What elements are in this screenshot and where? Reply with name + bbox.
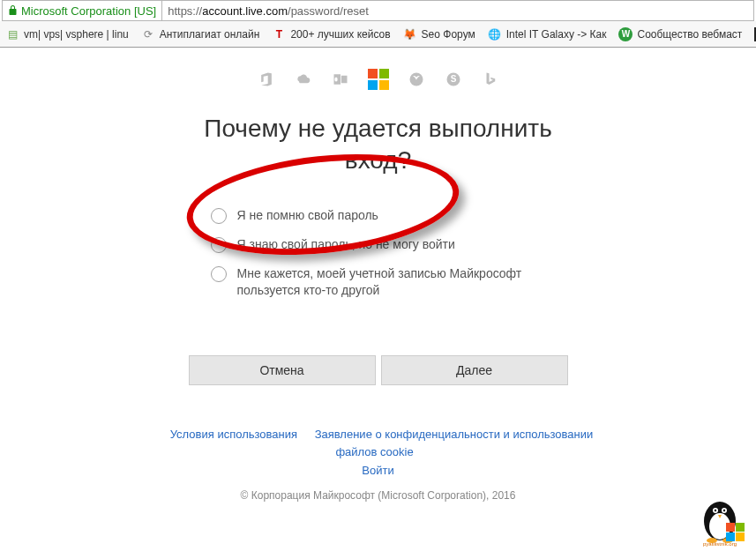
bing-icon (481, 70, 500, 89)
svg-point-8 (723, 510, 725, 511)
cancel-button[interactable]: Отмена (189, 355, 376, 385)
url-display[interactable]: https://account.live.com/password/reset (162, 4, 374, 18)
next-button[interactable]: Далее (381, 355, 568, 385)
url-host: account.live.com (202, 4, 288, 18)
url-path: /password/reset (288, 4, 369, 18)
svg-text:S: S (450, 74, 456, 84)
reload-icon: ⟳ (141, 27, 155, 41)
page-content: S Почему не удается выполнить вход? Я не… (0, 48, 756, 502)
button-row: Отмена Далее (189, 355, 568, 385)
svg-point-7 (715, 510, 716, 511)
svg-rect-15 (736, 532, 745, 541)
ssl-badge[interactable]: Microsoft Corporation [US] (3, 1, 162, 20)
lock-icon (8, 4, 18, 18)
bookmark-item[interactable]: T 200+ лучших кейсов (272, 27, 390, 41)
skype-icon: S (444, 70, 463, 89)
svg-point-11 (722, 538, 733, 543)
option-know-password[interactable]: Я знаю свой пароль, но не могу войти (211, 236, 546, 253)
option-label: Я знаю свой пароль, но не могу войти (237, 236, 455, 253)
bookmark-item[interactable]: 🌐 Intel IT Galaxy -> Как (488, 27, 607, 41)
bookmark-label: Seo Форум (422, 28, 475, 41)
bookmark-label: Антиплагиат онлайн (160, 28, 260, 41)
radio-icon (211, 208, 227, 224)
svg-point-3 (704, 502, 736, 540)
page-title: Почему не удается выполнить вход? (193, 113, 564, 177)
bookmark-item[interactable]: ▤ vm| vps| vsphere | linu (5, 27, 129, 41)
bookmark-item[interactable]: ⟳ Антиплагиат онлайн (141, 27, 260, 41)
svg-rect-14 (726, 532, 735, 541)
fox-icon: 🦊 (403, 27, 417, 41)
bookmarks-bar: ▤ vm| vps| vsphere | linu ⟳ Антиплагиат … (0, 21, 756, 48)
footer-links: Условия использования Заявление о конфид… (158, 426, 599, 480)
svg-rect-12 (726, 523, 735, 532)
letter-t-icon: T (272, 27, 286, 41)
radio-icon (211, 266, 227, 282)
letter-w-icon: W (618, 27, 632, 41)
page-icon: ▤ (5, 27, 19, 41)
bookmark-label: 200+ лучших кейсов (290, 28, 390, 41)
svg-text:pyatilistnik.org: pyatilistnik.org (703, 541, 737, 547)
svg-rect-13 (736, 523, 745, 532)
radio-icon (211, 237, 227, 253)
svg-marker-9 (718, 515, 722, 518)
option-account-compromised[interactable]: Мне кажется, моей учетной записью Майкро… (211, 265, 546, 299)
bookmark-item[interactable]: W Сообщество вебмаст (618, 27, 742, 41)
svg-point-10 (707, 538, 717, 543)
office-icon (257, 70, 276, 89)
svg-point-5 (713, 508, 718, 513)
globe-icon: 🌐 (488, 27, 502, 41)
svg-point-6 (722, 508, 727, 513)
copyright: © Корпорация Майкрософт (Microsoft Corpo… (241, 489, 516, 502)
outlook-icon (331, 70, 350, 89)
privacy-link[interactable]: Заявление о конфиденциальности и использ… (315, 428, 594, 459)
onedrive-icon (294, 70, 313, 89)
bookmark-label: Сообщество вебмаст (637, 28, 742, 41)
url-scheme: https:// (168, 4, 202, 18)
service-icons: S (257, 69, 500, 90)
bookmark-item[interactable]: 🦊 Seo Форум (403, 27, 475, 41)
bookmark-label: Intel IT Galaxy -> Как (506, 28, 607, 41)
microsoft-logo-icon (368, 69, 389, 90)
xbox-icon (407, 70, 426, 89)
terms-link[interactable]: Условия использования (170, 428, 297, 441)
option-label: Я не помню свой пароль (237, 207, 378, 224)
option-forgot-password[interactable]: Я не помню свой пароль (211, 207, 546, 224)
svg-point-4 (709, 513, 730, 540)
option-label: Мне кажется, моей учетной записью Майкро… (237, 265, 546, 299)
bookmark-label: vm| vps| vsphere | linu (24, 28, 129, 41)
options-group: Я не помню свой пароль Я знаю свой парол… (211, 207, 546, 311)
address-bar: Microsoft Corporation [US] https://accou… (2, 0, 754, 21)
ssl-label: Microsoft Corporation [US] (21, 4, 156, 18)
signin-link[interactable]: Войти (362, 464, 393, 477)
